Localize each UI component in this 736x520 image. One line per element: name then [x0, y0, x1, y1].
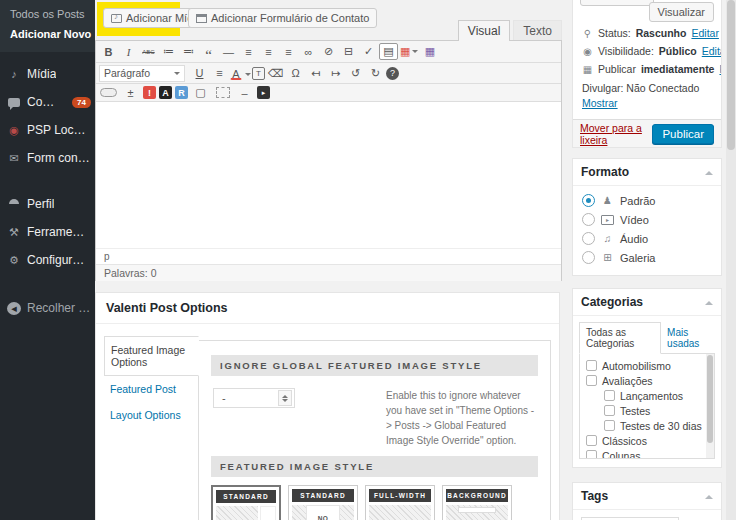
alert-shortcode-button[interactable]: !	[143, 86, 156, 99]
button-shortcode-button[interactable]	[99, 84, 118, 101]
format-box-header[interactable]: Formato	[573, 159, 721, 186]
page-shortcode-button[interactable]: ▢	[191, 84, 210, 101]
publish-button[interactable]: Publicar	[652, 124, 714, 144]
categories-box-header[interactable]: Categorias	[573, 289, 721, 316]
style-fullwidth-option[interactable]: FULL-WIDTH	[365, 485, 435, 520]
italic-button[interactable]: I	[119, 43, 138, 60]
bullet-list-button[interactable]: ≔	[159, 43, 178, 60]
spellcheck-button[interactable]: ✓	[359, 43, 378, 60]
outdent-button[interactable]: ↤	[306, 65, 325, 82]
categories-scrollbar[interactable]	[706, 354, 714, 458]
format-option-audio[interactable]: ♫ Áudio	[582, 229, 712, 248]
add-contact-form-button[interactable]: Adicionar Formulário de Contato	[188, 8, 377, 28]
undo-button[interactable]: ↺	[346, 65, 365, 82]
paste-as-text-button[interactable]: T	[252, 67, 265, 80]
radio-standard[interactable]	[582, 194, 595, 207]
horizontal-rule-button[interactable]: —	[219, 43, 238, 60]
divider-shortcode-button[interactable]: –	[235, 84, 254, 101]
format-option-video[interactable]: ▸ Vídeo	[582, 210, 712, 229]
indent-button[interactable]: ↦	[326, 65, 345, 82]
gallery-shortcode-button[interactable]	[213, 84, 232, 101]
tab-visual[interactable]: Visual	[458, 20, 510, 41]
sidebar-item-all-posts[interactable]: Todos os Posts	[0, 4, 95, 24]
review-shortcode-button[interactable]: R	[175, 86, 188, 99]
category-classicos[interactable]: Clássicos	[586, 433, 704, 448]
checkbox[interactable]	[604, 405, 615, 416]
align-right-button[interactable]: ≡	[279, 43, 298, 60]
more-tag-button[interactable]: ⊟	[339, 43, 358, 60]
underline-button[interactable]: U	[190, 65, 209, 82]
tab-all-categories[interactable]: Todas as Categorias	[579, 322, 661, 354]
tab-most-used[interactable]: Mais usadas	[661, 323, 715, 353]
category-testes-30-dias[interactable]: Testes de 30 dias	[586, 418, 704, 433]
clear-formatting-button[interactable]: ⌫	[266, 65, 285, 82]
insert-link-button[interactable]: ∞	[299, 43, 318, 60]
style-standard-nocrop-option[interactable]: STANDARD NO CROP	[288, 485, 358, 520]
sidebar-item-comments[interactable]: Comentários 74	[0, 88, 95, 116]
collapse-toggle-icon[interactable]	[705, 167, 713, 175]
sidebar-item-settings[interactable]: ⚙ Configurações	[0, 246, 95, 274]
format-option-gallery[interactable]: ⊞ Galeria	[582, 248, 712, 267]
numbered-list-button[interactable]: ≕	[179, 43, 198, 60]
paragraph-format-select[interactable]: Parágrafo	[99, 65, 185, 82]
justify-button[interactable]: ≡	[210, 65, 229, 82]
style-background-option[interactable]: BACKGROUND	[442, 485, 512, 520]
valenti-box-title[interactable]: Valenti Post Options	[96, 293, 559, 324]
edit-status-link[interactable]: Editar	[691, 27, 718, 39]
help-button[interactable]: ?	[386, 67, 399, 80]
editor-content-area[interactable]	[96, 102, 561, 248]
style-standard-option[interactable]: STANDARD	[211, 485, 281, 520]
plus-minus-button[interactable]: ±	[121, 84, 140, 101]
sidebar-item-psp-locations[interactable]: ◉ PSP Locations	[0, 116, 95, 144]
tab-layout-options[interactable]: Layout Options	[104, 402, 198, 428]
checkbox[interactable]	[604, 390, 615, 401]
sidebar-item-profile[interactable]: Perfil	[0, 190, 95, 218]
preview-button[interactable]: Visualizar	[649, 2, 715, 22]
sidebar-item-tools[interactable]: ⚒ Ferramentas	[0, 218, 95, 246]
tags-box-header[interactable]: Tags	[573, 483, 721, 510]
align-center-button[interactable]: ≡	[259, 43, 278, 60]
align-left-button[interactable]: ≡	[239, 43, 258, 60]
sidebar-item-collapse-menu[interactable]: ◂ Recolher Menu	[0, 294, 95, 322]
bold-button[interactable]: B	[99, 43, 118, 60]
special-character-button[interactable]: Ω	[286, 65, 305, 82]
move-to-trash-link[interactable]: Mover para a lixeira	[580, 122, 652, 146]
checkbox[interactable]	[586, 375, 597, 386]
strikethrough-button[interactable]: ABC	[139, 43, 158, 60]
format-option-standard[interactable]: ♟ Padrão	[582, 191, 712, 210]
dropcap-shortcode-button[interactable]: A	[159, 86, 172, 99]
category-colunas[interactable]: Colunas	[586, 448, 704, 459]
sidebar-item-add-new[interactable]: Adicionar Novo	[0, 24, 95, 44]
category-lancamentos[interactable]: Lançamentos	[586, 388, 704, 403]
tab-texto[interactable]: Texto	[513, 20, 562, 41]
edit-schedule-link[interactable]: Editar	[719, 63, 722, 75]
checkbox[interactable]	[604, 420, 615, 431]
redo-button[interactable]: ↻	[366, 65, 385, 82]
radio-video[interactable]	[582, 213, 595, 226]
shortcode-grid-button[interactable]: ▦	[420, 43, 439, 60]
collapse-toggle-icon[interactable]	[705, 491, 713, 499]
category-automobilismo[interactable]: Automobilismo	[586, 358, 704, 373]
text-color-button[interactable]: A	[230, 68, 242, 80]
blockquote-button[interactable]: “	[199, 43, 218, 60]
radio-audio[interactable]	[582, 232, 595, 245]
scrollbar-thumb[interactable]	[727, 0, 735, 150]
page-scrollbar[interactable]	[726, 0, 736, 520]
checkbox[interactable]	[586, 435, 597, 446]
edit-visibility-link[interactable]: Editar	[702, 45, 722, 57]
ignore-global-style-select[interactable]: -	[213, 388, 295, 408]
checkbox[interactable]	[586, 360, 597, 371]
radio-gallery[interactable]	[582, 251, 595, 264]
toolbar-toggle-button[interactable]: ▤	[379, 43, 398, 60]
sidebar-item-media[interactable]: ♪ Mídia	[0, 60, 95, 88]
tab-featured-post[interactable]: Featured Post	[104, 376, 198, 402]
sidebar-item-form-contato[interactable]: ✉ Form contato	[0, 144, 95, 172]
remove-link-button[interactable]: ⊘	[319, 43, 338, 60]
publicize-show-link[interactable]: Mostrar	[582, 97, 618, 109]
tab-featured-image-options[interactable]: Featured Image Options	[104, 336, 199, 376]
save-draft-button[interactable]	[580, 0, 654, 6]
category-testes[interactable]: Testes	[586, 403, 704, 418]
collapse-toggle-icon[interactable]	[705, 297, 713, 305]
table-button[interactable]: ▦	[399, 43, 419, 60]
video-shortcode-button[interactable]: ▸	[257, 86, 270, 99]
